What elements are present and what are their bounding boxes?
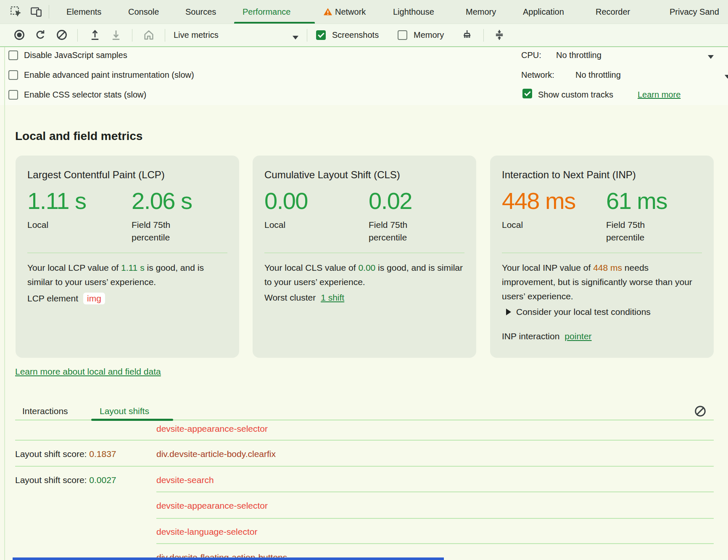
tab-layout-shifts[interactable]: Layout shifts: [100, 402, 149, 420]
row-divider: [156, 518, 714, 519]
cpu-throttle-label: CPU:: [521, 50, 541, 60]
cls-field-value: 0.02: [369, 188, 412, 214]
cls-card: Cumulative Layout Shift (CLS) 0.00 0.02 …: [253, 156, 476, 358]
inp-local-value: 448 ms: [502, 188, 575, 214]
tab-performance[interactable]: Performance: [243, 0, 291, 24]
memory-label[interactable]: Memory: [414, 24, 444, 46]
cls-local-label: Local: [264, 219, 285, 231]
shift-row-selector[interactable]: devsite-language-selector: [156, 527, 257, 537]
tab-interactions[interactable]: Interactions: [22, 402, 68, 420]
advanced-paint-checkbox[interactable]: [8, 70, 18, 80]
tabbar-separator: [49, 5, 49, 18]
css-selector-stats-checkbox[interactable]: [8, 90, 18, 100]
lcp-inline-value: 1.11 s: [121, 263, 145, 272]
cls-card-title: Cumulative Layout Shift (CLS): [264, 169, 400, 181]
collapse-icon[interactable]: [493, 29, 505, 41]
toolbar-separator: [483, 29, 484, 42]
cls-local-value: 0.00: [264, 188, 308, 214]
network-warning-icon: [323, 7, 332, 16]
toolbar-separator: [165, 29, 165, 42]
memory-checkbox[interactable]: [398, 30, 407, 40]
collect-garbage-icon[interactable]: [461, 29, 472, 41]
chevron-down-icon: [725, 73, 728, 80]
lcp-field-label: Field 75th percentile: [132, 219, 190, 244]
tab-memory[interactable]: Memory: [466, 0, 496, 24]
custom-tracks-label[interactable]: Show custom tracks: [538, 90, 613, 100]
tab-recorder[interactable]: Recorder: [596, 0, 630, 24]
css-selector-stats-label[interactable]: Enable CSS selector stats (slow): [24, 90, 146, 100]
performance-toolbar: Live metrics Screenshots Memory: [0, 24, 728, 47]
lcp-local-value: 1.11 s: [27, 188, 86, 214]
toggle-device-toolbar-icon[interactable]: [30, 6, 42, 18]
disclosure-triangle-icon: [506, 309, 511, 315]
inp-interaction-label: INP interaction: [502, 331, 559, 341]
tab-lighthouse[interactable]: Lighthouse: [393, 0, 434, 24]
disable-js-samples-row: Disable JavaScript samples: [8, 49, 127, 61]
inp-inline-value: 448 ms: [593, 263, 622, 272]
lcp-field-value: 2.06 s: [132, 188, 192, 214]
screenshots-checkbox[interactable]: [316, 30, 326, 40]
shift-row-score: Layout shift score: 0.1837: [15, 449, 116, 459]
shift-row-selector[interactable]: devsite-search: [156, 475, 214, 485]
devtools-tab-bar: Elements Console Sources Performance Net…: [0, 0, 728, 24]
network-throttle-select[interactable]: No throttling: [575, 70, 621, 80]
inp-card-title: Interaction to Next Paint (INP): [502, 169, 636, 181]
tab-console[interactable]: Console: [128, 0, 159, 24]
inp-card: Interaction to Next Paint (INP) 448 ms 6…: [490, 156, 714, 358]
shift-score-value: 0.0027: [89, 475, 116, 485]
shift-row-selector[interactable]: devsite-appearance-selector: [156, 501, 268, 511]
lcp-element-row: LCP element img: [27, 293, 105, 304]
reload-record-icon[interactable]: [34, 29, 46, 41]
metrics-section-heading: Local and field metrics: [15, 129, 142, 143]
inp-description: Your local INP value of 448 ms needs imp…: [502, 261, 700, 304]
cpu-throttle-select[interactable]: No throttling: [556, 50, 601, 60]
cls-worst-cluster-label: Worst cluster: [264, 293, 316, 303]
clear-icon[interactable]: [56, 29, 68, 41]
tab-application[interactable]: Application: [523, 0, 564, 24]
cls-worst-cluster-link[interactable]: 1 shift: [321, 293, 344, 303]
card-divider: [264, 253, 464, 253]
custom-tracks-learn-more-link[interactable]: Learn more: [638, 90, 681, 100]
learn-more-local-field-link[interactable]: Learn more about local and field data: [15, 367, 161, 377]
shift-row-selector[interactable]: devsite-appearance-selector: [156, 424, 268, 434]
inp-field-value: 61 ms: [606, 188, 667, 214]
row-divider: [156, 543, 714, 544]
tab-elements[interactable]: Elements: [66, 0, 101, 24]
row-divider: [15, 440, 714, 441]
inspect-element-icon[interactable]: [10, 6, 22, 18]
disable-js-samples-label[interactable]: Disable JavaScript samples: [24, 50, 127, 60]
tab-network[interactable]: Network: [335, 0, 366, 24]
advanced-paint-row: Enable advanced paint instrumentation (s…: [8, 69, 194, 81]
shift-score-value: 0.1837: [89, 449, 116, 459]
lcp-card-title: Largest Contentful Paint (LCP): [27, 169, 165, 181]
upload-profile-icon[interactable]: [89, 29, 101, 41]
custom-tracks-checkbox[interactable]: [522, 89, 532, 98]
inp-local-label: Local: [502, 219, 523, 231]
lcp-element-label: LCP element: [27, 293, 78, 304]
screenshots-label[interactable]: Screenshots: [332, 24, 379, 46]
disable-js-samples-checkbox[interactable]: [8, 50, 18, 60]
toolbar-separator: [132, 29, 132, 42]
tab-sources[interactable]: Sources: [185, 0, 216, 24]
lcp-description: Your local LCP value of 1.11 s is good, …: [27, 261, 226, 289]
lcp-element-chip[interactable]: img: [83, 293, 105, 304]
chevron-down-icon: [708, 53, 714, 61]
toolbar-separator: [307, 29, 307, 42]
view-mode-select[interactable]: Live metrics: [174, 24, 219, 46]
inp-local-conditions-label: Consider your local test conditions: [516, 307, 651, 317]
shift-row-selector[interactable]: div.devsite-article-body.clearfix: [156, 449, 276, 459]
record-button[interactable]: [13, 29, 25, 41]
active-tab-underline: [234, 22, 315, 24]
lcp-local-label: Local: [27, 219, 48, 231]
download-profile-icon[interactable]: [110, 29, 122, 41]
inp-interaction-row: INP interaction pointer: [502, 331, 592, 341]
clear-log-icon[interactable]: [694, 404, 707, 418]
tab-privacy-sandbox[interactable]: Privacy Sand: [670, 0, 719, 24]
chevron-down-icon: [293, 34, 298, 41]
home-icon[interactable]: [143, 29, 155, 41]
advanced-paint-label[interactable]: Enable advanced paint instrumentation (s…: [24, 70, 194, 80]
cls-inline-value: 0.00: [358, 263, 375, 272]
inp-interaction-link[interactable]: pointer: [564, 331, 591, 341]
cls-worst-cluster-row: Worst cluster 1 shift: [264, 293, 344, 303]
inp-local-conditions-disclosure[interactable]: Consider your local test conditions: [506, 307, 651, 317]
